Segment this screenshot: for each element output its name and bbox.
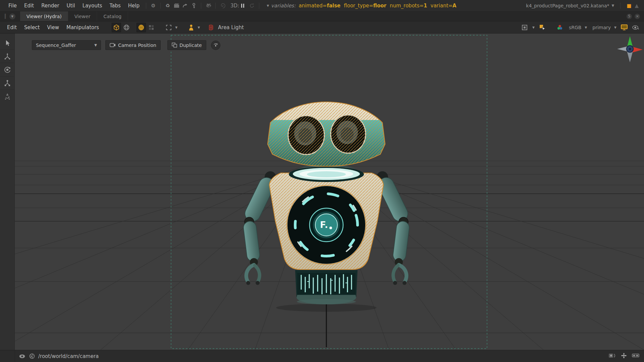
menu-help[interactable]: Help	[124, 3, 143, 9]
variable-floor-type[interactable]: floor_type=floor	[344, 3, 386, 9]
pane-tab-bar: ║ ▼ Viewer (Hydra) Viewer Catalog 5 ×	[0, 11, 644, 21]
key-icon[interactable]	[190, 2, 198, 9]
robot-logo-text: F.	[320, 220, 328, 230]
close-pane-icon[interactable]: ×	[635, 14, 640, 19]
display-mode-icon[interactable]	[520, 23, 529, 32]
robot-head[interactable]	[265, 102, 389, 169]
stereo-glasses-icon[interactable]	[632, 353, 639, 359]
scale-icon	[4, 79, 11, 87]
texture-tiles-icon	[147, 23, 156, 32]
document-menu-arrow-icon[interactable]: ▼	[612, 4, 614, 7]
menu-file[interactable]: File	[5, 3, 20, 9]
looked-through-camera-path[interactable]: /root/world/cam/camera	[38, 353, 99, 359]
view-channel-arrow-icon[interactable]: ▼	[614, 26, 616, 29]
environment-globe-icon[interactable]	[122, 23, 131, 32]
marquee-select-icon[interactable]	[164, 23, 173, 32]
marquee-options-arrow-icon[interactable]: ▼	[175, 26, 177, 29]
rotate-tool-button[interactable]	[0, 63, 15, 76]
menu-tabs[interactable]: Tabs	[106, 3, 124, 9]
pivot-tool-button[interactable]	[0, 90, 15, 103]
history-count-icon[interactable]: 5	[627, 14, 632, 19]
view-channel-value[interactable]: primary	[592, 25, 611, 30]
separator	[215, 3, 216, 9]
robot-torso[interactable]: F.	[269, 173, 383, 272]
messages-warning-icon: ▲	[635, 3, 639, 9]
viewer-menu-manipulators[interactable]: Manipulators	[63, 24, 103, 31]
menu-edit[interactable]: Edit	[20, 3, 38, 9]
camera-aperture-icon[interactable]	[29, 353, 35, 359]
head-selection-hatch	[268, 102, 385, 166]
colorspace-value[interactable]: sRGB	[569, 25, 581, 30]
camera-icon	[110, 43, 116, 47]
rotate-light-button[interactable]	[211, 41, 220, 50]
area-light-icon[interactable]	[206, 23, 216, 32]
gaffer-selector-dropdown[interactable]: Sequence_Gaffer ▼	[32, 40, 101, 50]
viewer-toolbar: Edit Select View Manipulators ▼ ▼ Area L…	[0, 21, 644, 34]
update-mode-label: 3D:	[230, 3, 239, 9]
tab-catalog[interactable]: Catalog	[97, 11, 128, 21]
scale-tool-button[interactable]	[0, 76, 15, 90]
light-person-icon[interactable]	[186, 23, 196, 32]
cursor-icon	[4, 39, 11, 47]
viewer-menu-view[interactable]: View	[43, 24, 63, 31]
pivot-icon	[4, 93, 11, 100]
stereo-eye-icon[interactable]	[631, 23, 640, 32]
snapping-note-cursor-icon[interactable]	[538, 23, 547, 32]
lighting-sphere-icon[interactable]	[137, 23, 146, 32]
autosave-status-icon[interactable]: ■	[627, 3, 631, 9]
variable-animated[interactable]: animated=false	[299, 3, 340, 9]
shaded-view-cube-icon[interactable]	[112, 23, 121, 32]
menu-util[interactable]: Util	[63, 3, 79, 9]
separator	[201, 3, 201, 9]
manipulator-rail	[0, 34, 15, 350]
viewport-3d[interactable]: F.	[0, 34, 644, 350]
statusbar-corner	[0, 350, 15, 362]
display-mode-arrow-icon[interactable]: ▼	[532, 26, 535, 29]
pause-updates-icon[interactable]	[241, 4, 244, 8]
translate-tool-button[interactable]	[0, 50, 15, 63]
tab-viewer-hydra[interactable]: Viewer (Hydra)	[20, 11, 68, 21]
colorspace-arrow-icon[interactable]: ▼	[585, 26, 587, 29]
variables-expander-icon[interactable]: ▼	[267, 4, 269, 7]
tab-viewer[interactable]: Viewer	[68, 11, 97, 21]
monitor-icon[interactable]	[620, 23, 629, 32]
pane-menu-button[interactable]: ▼	[9, 13, 15, 19]
variable-num-robots[interactable]: num_robots=1	[390, 3, 427, 9]
pan-mode-icon[interactable]	[621, 353, 627, 360]
menu-layouts[interactable]: Layouts	[79, 3, 106, 9]
viewport-controls: Sequence_Gaffer ▼ Camera Position Duplic…	[32, 40, 220, 50]
redo-curve-icon[interactable]	[181, 2, 190, 9]
variable-variant[interactable]: variant=A	[431, 3, 457, 9]
scene-slate-icon[interactable]	[172, 2, 181, 9]
separator	[146, 3, 146, 9]
rotate-icon	[4, 66, 11, 73]
separator	[160, 3, 161, 9]
light-type-arrow-icon[interactable]: ▼	[198, 26, 200, 29]
area-light-label: Area Light	[218, 24, 244, 31]
render-checkpoint-icon[interactable]	[204, 2, 213, 9]
color-management-icon[interactable]	[555, 23, 565, 32]
main-menu-bar: File Edit Render Util Layouts Tabs Help …	[0, 0, 644, 11]
separator	[259, 3, 259, 9]
variables-label: variables:	[271, 3, 296, 9]
duplicate-icon	[172, 43, 177, 48]
spiral-processing-icon	[218, 2, 227, 9]
camera-position-button[interactable]: Camera Position	[105, 40, 161, 50]
settings-gear-icon[interactable]: ⚙	[149, 2, 158, 9]
orientation-gizmo[interactable]	[617, 36, 643, 62]
viewer-menu-select[interactable]: Select	[20, 24, 43, 31]
menu-render[interactable]: Render	[38, 3, 63, 9]
robot-base[interactable]	[295, 270, 358, 304]
scene-canvas[interactable]: F.	[0, 34, 644, 350]
document-title: k4_productPage_robot_v02.katana*	[526, 3, 609, 8]
gaffer-dropdown-arrow-icon: ▼	[94, 43, 97, 47]
lighting-flash-toggle-icon[interactable]	[608, 353, 616, 360]
duplicate-button[interactable]: Duplicate	[167, 40, 206, 50]
robot-model[interactable]: F.	[243, 102, 411, 347]
recycle-flush-caches-icon[interactable]: ♻	[163, 2, 172, 9]
viewer-menu-edit[interactable]: Edit	[3, 24, 20, 31]
select-tool-button[interactable]	[0, 36, 15, 50]
pane-drag-handle[interactable]: ║	[4, 14, 7, 19]
visibility-eye-icon[interactable]	[19, 354, 25, 359]
viewer-status-bar: /root/world/cam/camera	[0, 350, 644, 362]
